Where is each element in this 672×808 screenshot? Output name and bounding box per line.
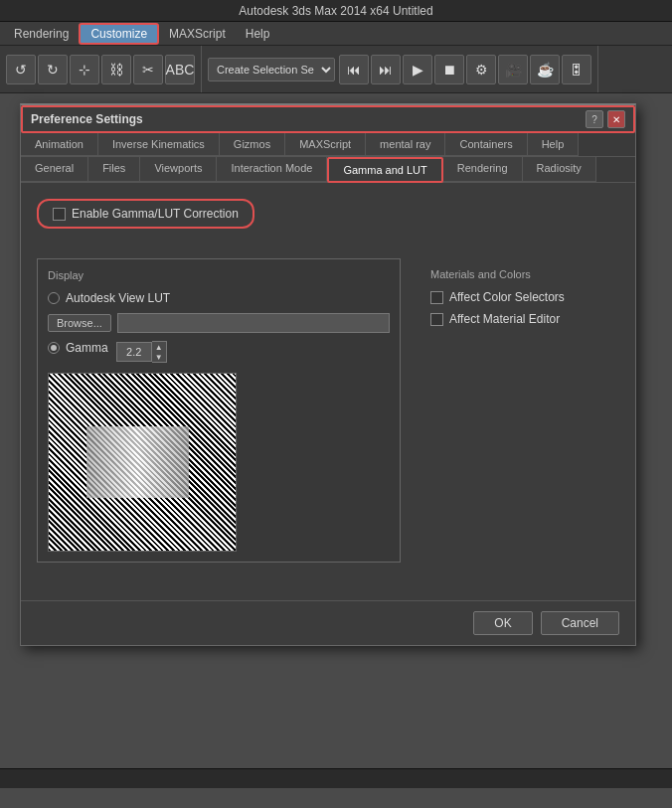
tab-mental-ray[interactable]: mental ray [366, 133, 445, 156]
affect-material-editor-label: Affect Material Editor [449, 312, 560, 326]
tab-rendering[interactable]: Rendering [443, 157, 523, 182]
app-title: Autodesk 3ds Max 2014 x64 Untitled [239, 4, 432, 18]
toolbar-group-nav: ⏮ ⏭ ▶ ⏹ ⚙ 🎥 ☕ 🎛 [339, 46, 598, 92]
main-area: Preference Settings ? ✕ Animation Invers… [0, 93, 672, 788]
gamma-up-arrow[interactable]: ▲ [152, 342, 166, 352]
browse-input[interactable] [117, 313, 390, 333]
gamma-preview-inner [86, 426, 189, 497]
ok-button[interactable]: OK [473, 611, 532, 635]
dialog-help-button[interactable]: ? [586, 110, 603, 128]
gamma-row: Gamma ▲ ▼ [48, 341, 390, 363]
filter-button[interactable]: ⚙ [466, 55, 496, 84]
undo-button[interactable]: ↺ [6, 55, 36, 84]
title-bar: Autodesk 3ds Max 2014 x64 Untitled [0, 0, 672, 22]
gamma-radio-option[interactable]: Gamma [48, 341, 108, 355]
dialog-controls: ? ✕ [586, 110, 625, 128]
gamma-preview [48, 373, 237, 552]
content-columns: Display Autodesk View LUT Browse... Gamm… [37, 258, 619, 563]
affect-color-selectors-row[interactable]: Affect Color Selectors [430, 290, 609, 304]
dialog-title-bar: Preference Settings ? ✕ [21, 105, 635, 133]
enable-gamma-section: Enable Gamma/LUT Correction [37, 199, 254, 229]
dialog-close-button[interactable]: ✕ [607, 110, 625, 128]
enable-gamma-label: Enable Gamma/LUT Correction [72, 207, 239, 221]
tab-interaction-mode[interactable]: Interaction Mode [217, 157, 327, 182]
bind-button[interactable]: ABC [165, 55, 195, 84]
browse-row: Browse... [48, 313, 390, 333]
tab-containers[interactable]: Containers [445, 133, 527, 156]
menu-customize[interactable]: Customize [79, 23, 159, 45]
gamma-radio[interactable] [48, 342, 60, 354]
view-button[interactable]: 🎥 [498, 55, 528, 84]
tab-radiosity[interactable]: Radiosity [523, 157, 596, 182]
select-button[interactable]: ⊹ [70, 55, 99, 84]
redo-button[interactable]: ↻ [38, 55, 68, 84]
gamma-label: Gamma [66, 341, 108, 355]
stop-button[interactable]: ⏹ [434, 55, 464, 84]
autodesk-lut-option[interactable]: Autodesk View LUT [48, 291, 390, 305]
tab-general[interactable]: General [21, 157, 88, 182]
affect-color-selectors-checkbox[interactable] [430, 291, 443, 304]
unlink-button[interactable]: ✂ [133, 55, 163, 84]
tab-row-2: General Files Viewports Interaction Mode… [21, 157, 635, 183]
menu-maxscript[interactable]: MAXScript [159, 25, 236, 43]
gamma-spinner: ▲ ▼ [116, 341, 167, 363]
status-bar [0, 768, 672, 788]
preference-settings-dialog: Preference Settings ? ✕ Animation Invers… [20, 103, 636, 646]
play-button[interactable]: ▶ [403, 55, 432, 84]
tab-help[interactable]: Help [528, 133, 580, 156]
affect-material-editor-row[interactable]: Affect Material Editor [430, 312, 609, 326]
link-button[interactable]: ⛓ [101, 55, 131, 84]
render-button[interactable]: ☕ [530, 55, 560, 84]
autodesk-lut-label: Autodesk View LUT [66, 291, 170, 305]
menu-rendering[interactable]: Rendering [4, 25, 79, 43]
dialog-title: Preference Settings [31, 112, 143, 126]
gamma-down-arrow[interactable]: ▼ [152, 352, 166, 362]
browse-button[interactable]: Browse... [48, 314, 111, 332]
cancel-button[interactable]: Cancel [541, 611, 619, 635]
gamma-spinner-arrows: ▲ ▼ [152, 341, 167, 363]
affect-material-editor-checkbox[interactable] [430, 313, 443, 326]
tab-files[interactable]: Files [88, 157, 140, 182]
enable-gamma-checkbox-label[interactable]: Enable Gamma/LUT Correction [53, 207, 239, 221]
tab-inverse-kinematics[interactable]: Inverse Kinematics [98, 133, 220, 156]
tab-maxscript[interactable]: MAXScript [285, 133, 366, 156]
dialog-footer: OK Cancel [21, 600, 635, 645]
affect-color-selectors-label: Affect Color Selectors [449, 290, 565, 304]
tab-gizmos[interactable]: Gizmos [220, 133, 285, 156]
output-button[interactable]: 🎛 [562, 55, 591, 84]
autodesk-lut-radio[interactable] [48, 292, 60, 304]
enable-gamma-checkbox[interactable] [53, 208, 66, 221]
materials-section: Materials and Colors Affect Color Select… [420, 258, 619, 563]
toolbar: ↺ ↻ ⊹ ⛓ ✂ ABC Create Selection Se ⏮ ⏭ ▶ … [0, 46, 672, 93]
dialog-content: Enable Gamma/LUT Correction Display Auto… [21, 183, 635, 600]
materials-title: Materials and Colors [430, 268, 609, 280]
toolbar-group-undo: ↺ ↻ ⊹ ⛓ ✂ ABC [6, 46, 202, 92]
gamma-value-input[interactable] [116, 342, 152, 362]
menu-help[interactable]: Help [236, 25, 280, 43]
next-button[interactable]: ⏭ [371, 55, 401, 84]
display-title: Display [48, 269, 390, 281]
display-section: Display Autodesk View LUT Browse... Gamm… [37, 258, 401, 563]
selection-dropdown[interactable]: Create Selection Se [208, 58, 335, 81]
tab-gamma-lut[interactable]: Gamma and LUT [327, 157, 442, 183]
tab-animation[interactable]: Animation [21, 133, 98, 156]
tab-row-1: Animation Inverse Kinematics Gizmos MAXS… [21, 133, 635, 157]
prev-button[interactable]: ⏮ [339, 55, 369, 84]
tab-viewports[interactable]: Viewports [140, 157, 217, 182]
menu-bar: Rendering Customize MAXScript Help [0, 22, 672, 46]
